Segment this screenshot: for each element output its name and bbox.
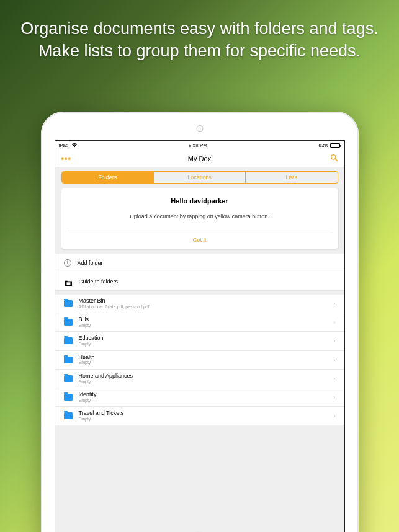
folder-icon (64, 394, 73, 401)
home-button-icon (196, 125, 203, 132)
tab-lists[interactable]: Lists (246, 172, 337, 183)
folder-icon (64, 337, 73, 344)
folder-icon (64, 375, 73, 382)
guide-row[interactable]: Guide to folders (55, 272, 344, 291)
chevron-right-icon: › (333, 412, 335, 419)
chevron-right-icon: › (333, 337, 335, 344)
folder-row[interactable]: Education Empty › (55, 332, 344, 350)
welcome-body: Upload a document by tapping on yellow c… (69, 213, 331, 219)
nav-bar: ••• My Dox (55, 150, 344, 167)
folder-name: Home and Appliances (79, 373, 328, 379)
chevron-right-icon: › (333, 319, 335, 326)
folder-row[interactable]: Travel and Tickets Empty › (55, 407, 344, 425)
folder-row[interactable]: Home and Appliances Empty › (55, 370, 344, 388)
folder-name: Travel and Tickets (79, 410, 328, 417)
folder-row[interactable]: Identity Empty › (55, 388, 344, 407)
status-bar: iPad 8:58 PM 63% (55, 141, 344, 150)
folder-subtitle: Affiliation certificate.pdf, passport.pd… (79, 304, 328, 309)
svg-line-1 (335, 159, 337, 161)
folder-row[interactable]: Health Empty › (55, 351, 344, 370)
svg-rect-2 (66, 282, 70, 285)
welcome-title: Hello davidparker (69, 197, 331, 205)
battery-percent: 63% (318, 143, 328, 148)
folder-name: Education (79, 335, 328, 342)
welcome-card: Hello davidparker Upload a document by t… (61, 188, 338, 249)
chevron-right-icon: › (333, 357, 335, 363)
status-time: 8:58 PM (189, 143, 207, 148)
menu-button[interactable]: ••• (61, 154, 72, 163)
folder-name: Master Bin (79, 298, 328, 304)
folder-row[interactable]: Master Bin Affiliation certificate.pdf, … (55, 295, 344, 313)
folder-list: Master Bin Affiliation certificate.pdf, … (55, 295, 344, 425)
tab-folders[interactable]: Folders (62, 172, 154, 183)
folder-subtitle: Empty (79, 379, 328, 384)
ipad-frame: iPad 8:58 PM 63% ••• My Dox Folders Loca… (41, 112, 359, 532)
marketing-headline: Organise documents easy with folders and… (0, 0, 399, 63)
app-screen: iPad 8:58 PM 63% ••• My Dox Folders Loca… (55, 140, 345, 532)
segmented-control: Folders Locations Lists (61, 171, 338, 184)
wifi-icon (71, 143, 78, 149)
folder-subtitle: Empty (79, 417, 328, 422)
folder-name: Health (79, 354, 328, 361)
device-label: iPad (59, 143, 69, 148)
folder-icon (64, 412, 73, 419)
tab-locations[interactable]: Locations (154, 172, 246, 183)
add-folder-label: Add folder (78, 260, 103, 266)
folder-subtitle: Empty (79, 360, 328, 365)
add-icon: + (64, 259, 71, 267)
guide-label: Guide to folders (79, 278, 119, 285)
folder-subtitle: Empty (79, 398, 328, 403)
folder-icon (64, 319, 73, 326)
chevron-right-icon: › (333, 300, 335, 307)
search-icon[interactable] (330, 154, 338, 164)
folder-icon (64, 357, 73, 363)
chevron-right-icon: › (333, 375, 335, 382)
chevron-right-icon: › (333, 394, 335, 401)
got-it-button[interactable]: Got It (69, 231, 331, 249)
folder-name: Bills (79, 316, 328, 323)
folder-row[interactable]: Bills Empty › (55, 313, 344, 332)
page-title: My Dox (188, 155, 211, 162)
battery-icon (330, 143, 340, 148)
add-folder-row[interactable]: + Add folder (55, 254, 344, 272)
guide-icon (64, 278, 73, 285)
content-area: Hello davidparker Upload a document by t… (55, 188, 344, 532)
folder-name: Identity (79, 391, 328, 398)
folder-icon (64, 300, 73, 307)
folder-subtitle: Empty (79, 323, 328, 328)
folder-subtitle: Empty (79, 342, 328, 347)
